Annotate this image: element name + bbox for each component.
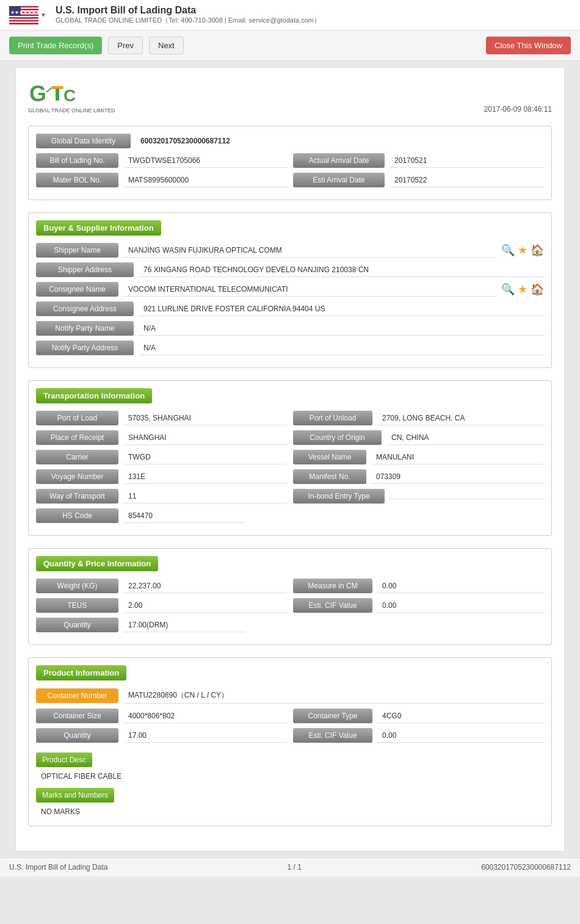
actual-arrival-date-label: Actual Arrival Date xyxy=(293,153,385,168)
notify-party-name-value: N/A xyxy=(139,322,544,336)
country-of-origin-label: Country of Origin xyxy=(293,430,382,445)
master-bol-label: Mater BOL No. xyxy=(36,173,118,187)
bol-right: Actual Arrival Date 20170521 xyxy=(293,153,544,168)
quantity-price-section: Quantity & Price Information Weight (KG)… xyxy=(28,548,552,645)
document-header: G C GLOBAL TRADE ONLINE LIMITED 2017-06-… xyxy=(28,80,552,114)
quantity-value: 17.00(DRM) xyxy=(123,618,245,632)
container-type-label: Container Type xyxy=(293,709,372,723)
esti-cif-value: 0.00 xyxy=(377,599,544,613)
actual-arrival-date-value: 20170521 xyxy=(390,154,544,168)
logo-subtitle: GLOBAL TRADE ONLINE LIMITED xyxy=(28,107,115,114)
master-bol-right: Esti Arrival Date 20170522 xyxy=(293,173,544,187)
prev-button[interactable]: Prev xyxy=(108,37,143,54)
shipper-address-label: Shipper Address xyxy=(36,262,134,277)
port-of-load-label: Port of Load xyxy=(36,411,118,425)
logo-area: G C GLOBAL TRADE ONLINE LIMITED xyxy=(28,80,115,114)
marks-numbers-section: Marks and Numbers NO MARKS xyxy=(36,783,544,818)
product-quantity-label: Quantity xyxy=(36,728,118,743)
product-title: Product Information xyxy=(36,665,126,680)
master-bol-left: Mater BOL No. MATS8995600000 xyxy=(36,173,287,187)
container-type-right: Container Type 4CG0 xyxy=(293,709,544,723)
teus-label: TEUS xyxy=(36,598,118,613)
page-subtitle: GLOBAL TRADE ONLINE LIMITED（Tel: 400-710… xyxy=(56,16,571,25)
product-desc-button[interactable]: Product Desc xyxy=(36,753,92,767)
buyer-supplier-title: Buyer & Supplier Information xyxy=(36,220,161,236)
close-window-button[interactable]: Close This Window xyxy=(486,37,571,54)
weight-kg-value: 22,237.00 xyxy=(123,579,287,593)
global-data-identity-row: Global Data Identity 6003201705230000687… xyxy=(36,134,544,148)
next-button[interactable]: Next xyxy=(149,37,184,54)
svg-text:C: C xyxy=(63,86,76,105)
bol-left: Bill of Lading No. TWGDTWSE1705066 xyxy=(36,153,287,168)
consignee-name-icons: 🔍 ★ 🏠 xyxy=(501,283,544,296)
receipt-left: Place of Receipt SHANGHAI xyxy=(36,430,287,445)
svg-rect-7 xyxy=(9,16,38,17)
place-of-receipt-label: Place of Receipt xyxy=(36,430,118,445)
svg-rect-17 xyxy=(56,88,59,101)
container-size-left: Container Size 4000*806*802 xyxy=(36,709,287,723)
print-button[interactable]: Print Trade Record(s) xyxy=(9,37,102,54)
weight-kg-label: Weight (KG) xyxy=(36,579,118,593)
measure-right: Measure in CM 0.00 xyxy=(293,579,544,593)
container-type-value: 4CG0 xyxy=(377,709,544,723)
notify-party-address-value: N/A xyxy=(139,341,544,355)
flag-container: ★★★★★★★★★★★★★★★★★★★★★★★★★★★★★★★★★★★★★★★★… xyxy=(9,6,46,24)
vessel-right: Vessel Name MANULANI xyxy=(293,450,544,464)
voyage-left: Voyage Number 131E xyxy=(36,469,287,484)
master-bol-row: Mater BOL No. MATS8995600000 Esti Arriva… xyxy=(36,173,544,187)
measure-in-cm-label: Measure in CM xyxy=(293,579,372,593)
flag-dropdown-arrow[interactable]: ▼ xyxy=(40,12,46,18)
consignee-address-row: Consignee Address 921 LURLINE DRIVE FOST… xyxy=(36,301,544,316)
port-row: Port of Load 57035, SHANGHAI Port of Unl… xyxy=(36,411,544,425)
consignee-home-icon[interactable]: 🏠 xyxy=(531,283,544,296)
voyage-manifest-row: Voyage Number 131E Manifest No. 073309 xyxy=(36,469,544,484)
product-section: Product Information Container Number MAT… xyxy=(28,657,552,826)
shipper-search-icon[interactable]: 🔍 xyxy=(501,244,515,257)
timestamp: 2017-06-09 08:46:11 xyxy=(484,105,552,114)
container-size-type-row: Container Size 4000*806*802 Container Ty… xyxy=(36,709,544,723)
identity-box: Global Data Identity 6003201705230000687… xyxy=(28,126,552,200)
hs-code-value: 854470 xyxy=(123,509,245,523)
container-size-label: Container Size xyxy=(36,709,118,723)
esti-arrival-date-label: Esti Arrival Date xyxy=(293,173,385,187)
svg-rect-11 xyxy=(9,21,38,23)
measure-in-cm-value: 0.00 xyxy=(377,579,544,593)
footer-center: 1 / 1 xyxy=(288,863,302,872)
place-of-receipt-value: SHANGHAI xyxy=(123,431,287,445)
carrier-label: Carrier xyxy=(36,450,118,464)
shipper-name-value: NANJING WASIN FUJIKURA OPTICAL COMM xyxy=(123,244,496,258)
svg-rect-10 xyxy=(9,20,38,21)
svg-rect-8 xyxy=(9,17,38,18)
in-bond-entry-type-label: In-bond Entry Type xyxy=(293,489,385,504)
bol-row: Bill of Lading No. TWGDTWSE1705066 Actua… xyxy=(36,153,544,168)
receipt-origin-row: Place of Receipt SHANGHAI Country of Ori… xyxy=(36,430,544,445)
main-content: G C GLOBAL TRADE ONLINE LIMITED 2017-06-… xyxy=(15,67,565,851)
transport-bond-row: Way of Transport 11 In-bond Entry Type xyxy=(36,489,544,504)
shipper-name-icons: 🔍 ★ 🏠 xyxy=(501,244,544,257)
transportation-title: Transportation Information xyxy=(36,388,152,403)
shipper-home-icon[interactable]: 🏠 xyxy=(531,244,544,257)
footer-right: 6003201705230000687112 xyxy=(481,863,571,872)
marks-and-numbers-button[interactable]: Marks and Numbers xyxy=(36,788,114,803)
shipper-name-row: Shipper Name NANJING WASIN FUJIKURA OPTI… xyxy=(36,243,544,258)
container-number-row: Container Number MATU2280890（CN / L / CY… xyxy=(36,688,544,704)
carrier-value: TWGD xyxy=(123,450,287,464)
shipper-name-label: Shipper Name xyxy=(36,243,118,258)
consignee-name-value: VOCOM INTERNATIONAL TELECOMMUNICATI xyxy=(123,283,496,297)
container-number-button[interactable]: Container Number xyxy=(36,688,118,703)
notify-party-name-label: Notify Party Name xyxy=(36,321,134,336)
footer-left: U.S. Import Bill of Lading Data xyxy=(9,863,107,872)
weight-left: Weight (KG) 22,237.00 xyxy=(36,579,287,593)
consignee-star-icon[interactable]: ★ xyxy=(518,283,527,296)
manifest-no-value: 073309 xyxy=(371,470,544,484)
voyage-number-value: 131E xyxy=(123,470,287,484)
shipper-star-icon[interactable]: ★ xyxy=(518,244,527,257)
product-quantity-cif-row: Quantity 17.00 Esti. CIF Value 0.00 xyxy=(36,728,544,743)
quantity-price-title: Quantity & Price Information xyxy=(36,556,158,571)
svg-rect-12 xyxy=(9,23,38,24)
in-bond-entry-type-value xyxy=(390,494,544,499)
esti-cif-value-label: Esti. CIF Value xyxy=(293,598,372,613)
consignee-search-icon[interactable]: 🔍 xyxy=(501,283,515,296)
product-desc-section: Product Desc OPTICAL FIBER CABLE xyxy=(36,748,544,783)
buyer-supplier-section: Buyer & Supplier Information Shipper Nam… xyxy=(28,212,552,368)
